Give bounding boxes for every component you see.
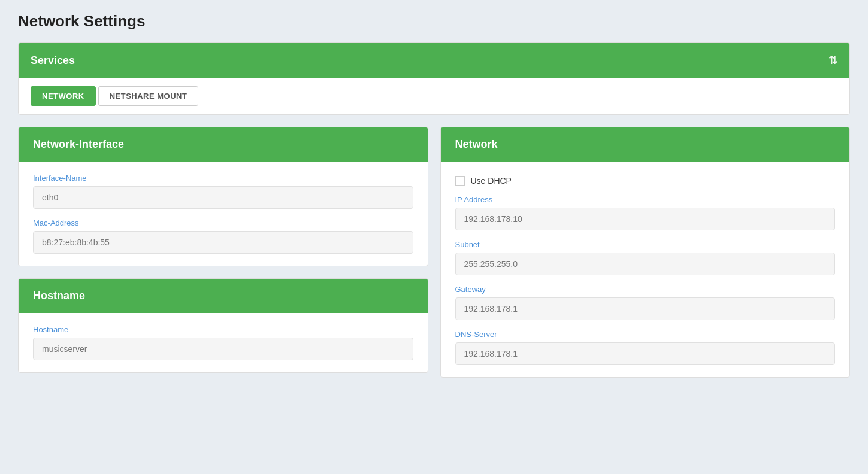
network-body: Use DHCP IP Address Subnet Gateway DNS-S…	[441, 162, 850, 377]
ip-address-input[interactable]	[455, 208, 836, 230]
mac-address-label: Mac-Address	[33, 218, 413, 227]
tab-network[interactable]: NETWORK	[31, 86, 96, 106]
subnet-input[interactable]	[455, 253, 836, 275]
network-interface-card: Network-Interface Interface-Name Mac-Add…	[18, 127, 428, 266]
tab-bar: NETWORK NETSHARE MOUNT	[19, 78, 849, 114]
dhcp-row: Use DHCP	[455, 176, 836, 186]
gateway-input[interactable]	[455, 297, 836, 320]
use-dhcp-label: Use DHCP	[471, 176, 512, 186]
network-card: Network Use DHCP IP Address Subnet Gatew…	[440, 127, 851, 378]
use-dhcp-checkbox[interactable]	[455, 176, 465, 186]
dns-server-label: DNS-Server	[455, 330, 836, 339]
subnet-label: Subnet	[455, 240, 836, 249]
interface-name-label: Interface-Name	[33, 174, 413, 183]
dns-server-input[interactable]	[455, 342, 836, 365]
ip-address-label: IP Address	[455, 195, 836, 204]
services-card: Services ⇅ NETWORK NETSHARE MOUNT	[18, 42, 850, 115]
hostname-input[interactable]	[33, 338, 413, 360]
tab-netshare[interactable]: NETSHARE MOUNT	[98, 86, 199, 106]
network-interface-header: Network-Interface	[19, 127, 428, 162]
interface-name-input[interactable]	[33, 186, 413, 209]
mac-address-input[interactable]	[33, 231, 413, 254]
hostname-card: Hostname Hostname	[18, 278, 428, 373]
page-title: Network Settings	[18, 12, 850, 31]
network-interface-body: Interface-Name Mac-Address	[19, 162, 428, 266]
network-header: Network	[441, 127, 850, 162]
main-content: Network-Interface Interface-Name Mac-Add…	[18, 127, 850, 378]
gateway-label: Gateway	[455, 285, 836, 294]
hostname-header: Hostname	[19, 279, 428, 313]
hostname-body: Hostname	[19, 313, 428, 372]
services-title: Services	[31, 54, 75, 67]
services-card-header: Services ⇅	[19, 43, 849, 78]
left-column: Network-Interface Interface-Name Mac-Add…	[18, 127, 428, 378]
right-column: Network Use DHCP IP Address Subnet Gatew…	[440, 127, 851, 378]
hostname-label: Hostname	[33, 325, 413, 334]
filter-icon[interactable]: ⇅	[828, 54, 837, 67]
